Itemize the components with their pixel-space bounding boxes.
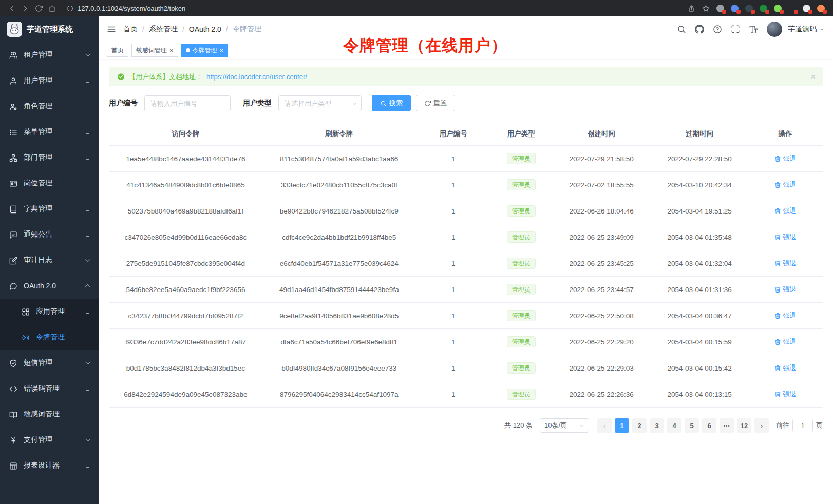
delete-icon — [774, 286, 781, 293]
expire-time-cell: 2054-03-04 01:32:04 — [651, 250, 748, 277]
sidebar-item-notice[interactable]: 通知公告 — [0, 222, 99, 247]
tab-label: 令牌管理 — [193, 46, 217, 55]
page-button[interactable]: 12 — [737, 418, 751, 433]
force-logout-button[interactable]: 强退 — [774, 180, 797, 189]
tab-sensitive-word[interactable]: 敏感词管理 — [131, 44, 178, 57]
hamburger-icon[interactable] — [107, 25, 116, 34]
reload-icon[interactable] — [33, 3, 44, 14]
notice-icon — [9, 230, 17, 239]
info-icon[interactable] — [67, 5, 73, 12]
force-logout-button[interactable]: 强退 — [774, 259, 797, 268]
tab-home[interactable]: 首页 — [107, 44, 128, 57]
sidebar-item-sms[interactable]: 短信管理 — [0, 350, 99, 376]
sidebar: 芋道管理系统 租户管理 用户管理 角色管理 — [0, 16, 99, 504]
refresh-token-cell: dfa6c71a50a54c66bef706ef9e6e8d81 — [262, 329, 416, 355]
address-bar[interactable]: 127.0.0.1:1024/system/oauth2/token — [67, 5, 686, 12]
fullscreen-icon[interactable] — [731, 25, 740, 34]
page-button[interactable]: 3 — [650, 418, 664, 433]
font-size-icon[interactable] — [749, 25, 758, 34]
force-logout-button[interactable]: 强退 — [774, 337, 797, 346]
column-header-actions: 操作 — [748, 123, 823, 146]
forward-icon[interactable] — [20, 3, 31, 14]
force-logout-button[interactable]: 强退 — [774, 285, 797, 294]
actions-cell: 强退 — [748, 172, 823, 198]
page-size-select[interactable]: 10条/页 — [540, 418, 589, 433]
refresh-token-cell: e6cfd40eb1f54571a31e775e039c4624 — [262, 250, 416, 277]
chevron-icon — [85, 436, 90, 441]
extension-icon[interactable] — [788, 5, 796, 12]
sidebar-item-oauth2-app[interactable]: 应用管理 — [0, 299, 99, 324]
home-icon[interactable] — [46, 3, 58, 14]
force-logout-button[interactable]: 强退 — [774, 206, 797, 216]
user-id-input[interactable] — [144, 95, 231, 111]
extension-icon[interactable] — [803, 5, 810, 12]
user-type-select-input[interactable] — [278, 95, 362, 111]
page-button[interactable]: 5 — [685, 418, 699, 433]
force-logout-button[interactable]: 强退 — [774, 232, 797, 242]
column-header-created: 创建时间 — [552, 123, 652, 146]
sidebar-item-pay[interactable]: 支付管理 — [0, 427, 99, 453]
user-menu[interactable]: 芋道源码 — [788, 25, 825, 34]
page-button[interactable]: 6 — [702, 418, 716, 433]
share-icon[interactable] — [688, 5, 695, 12]
sidebar-item-menu[interactable]: 菜单管理 — [0, 119, 99, 145]
extension-icon[interactable] — [731, 5, 739, 12]
goto-page-input[interactable] — [792, 419, 813, 432]
help-icon[interactable] — [713, 25, 722, 34]
extension-icon[interactable] — [760, 5, 767, 12]
chevron-icon — [86, 156, 89, 160]
close-icon[interactable] — [169, 47, 174, 54]
search-icon[interactable] — [677, 25, 686, 34]
reset-button[interactable]: 重置 — [416, 95, 455, 111]
table-row: 41c41346a548490f9dc8b01c6bfe0865 333ecfc… — [109, 172, 823, 198]
delete-icon — [774, 313, 781, 319]
breadcrumb-item-oauth2[interactable]: OAuth 2.0 — [189, 25, 221, 33]
search-button[interactable]: 搜索 — [372, 95, 411, 111]
page-button[interactable]: 2 — [632, 418, 647, 433]
back-icon[interactable] — [6, 3, 17, 14]
breadcrumb-item-system[interactable]: 系统管理 — [149, 25, 178, 34]
user-type-select[interactable] — [278, 95, 362, 111]
extension-badge — [751, 10, 755, 14]
github-icon[interactable] — [695, 25, 704, 34]
close-icon[interactable] — [811, 72, 816, 82]
extension-icon[interactable] — [774, 5, 782, 12]
user-avatar[interactable] — [767, 22, 782, 37]
breadcrumb-item-home[interactable]: 首页 — [123, 25, 138, 34]
page-button[interactable]: ··· — [720, 418, 734, 433]
close-icon[interactable] — [220, 47, 224, 54]
page-button[interactable]: 1 — [615, 418, 629, 433]
next-page-button[interactable]: › — [754, 418, 769, 433]
expire-time-cell: 2054-03-04 00:13:15 — [651, 381, 748, 408]
sidebar-item-error-code[interactable]: 错误码管理 — [0, 376, 99, 401]
sidebar-item-dept[interactable]: 部门管理 — [0, 145, 99, 170]
bookmark-star-icon[interactable] — [702, 5, 710, 12]
force-logout-button[interactable]: 强退 — [774, 311, 797, 320]
sidebar-item-report-designer[interactable]: 报表设计器 — [0, 453, 99, 478]
sidebar-item-oauth2-token[interactable]: 令牌管理 — [0, 324, 99, 350]
force-logout-button[interactable]: 强退 — [774, 154, 797, 163]
force-logout-button[interactable]: 强退 — [774, 390, 797, 399]
actions-cell: 强退 — [748, 146, 823, 172]
sidebar-item-role[interactable]: 角色管理 — [0, 93, 99, 119]
chevron-icon — [86, 310, 89, 314]
sidebar-item-post[interactable]: 岗位管理 — [0, 170, 99, 196]
sidebar-item-audit-log[interactable]: 审计日志 — [0, 247, 99, 273]
doc-link[interactable]: https://doc.iocoder.cn/user-center/ — [206, 73, 307, 81]
extension-icon[interactable] — [745, 5, 753, 12]
column-header-user-id: 用户编号 — [416, 123, 491, 146]
user-type-badge: 管理员 — [507, 179, 536, 190]
sidebar-item-tenant[interactable]: 租户管理 — [0, 42, 99, 68]
sidebar-item-user[interactable]: 用户管理 — [0, 68, 99, 93]
force-logout-button[interactable]: 强退 — [774, 363, 797, 373]
sidebar-item-oauth2[interactable]: OAuth 2.0 — [0, 273, 99, 299]
extension-icon[interactable] — [817, 5, 825, 12]
prev-page-button[interactable]: ‹ — [597, 418, 612, 433]
sidebar-item-sensitive-word[interactable]: 敏感词管理 — [0, 401, 99, 427]
tab-token[interactable]: 令牌管理 — [181, 44, 229, 57]
sidebar-item-dict[interactable]: 字典管理 — [0, 196, 99, 222]
page-button[interactable]: 4 — [667, 418, 681, 433]
app-logo[interactable]: 芋道管理系统 — [0, 16, 99, 42]
sidebar-item-label: 字典管理 — [24, 204, 52, 214]
extension-icon[interactable] — [716, 5, 724, 12]
